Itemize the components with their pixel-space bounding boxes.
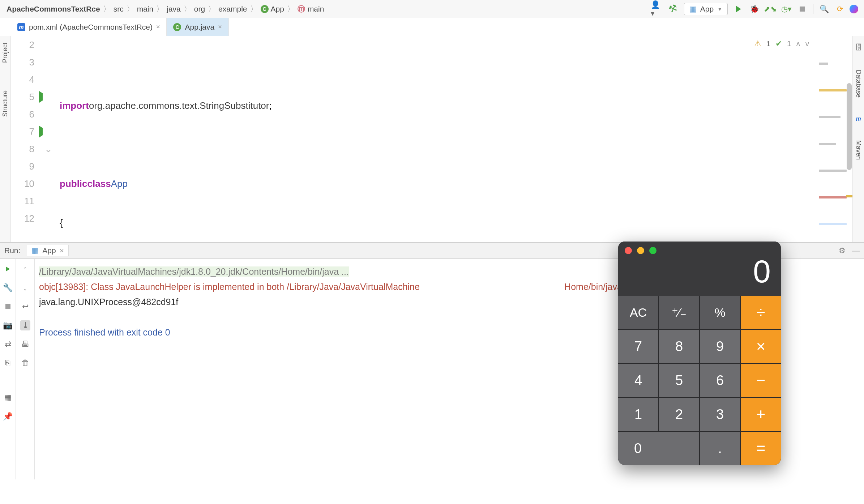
calc-key-4[interactable]: 4 — [618, 364, 658, 397]
tab-app[interactable]: C App.java × — [167, 18, 228, 36]
maven-tool-button[interactable]: Maven — [855, 140, 862, 160]
calc-key-multiply[interactable]: × — [741, 330, 781, 363]
breadcrumb-java[interactable]: java — [164, 4, 183, 14]
console-line-warn: objc[13983]: Class JavaLaunchHelper is i… — [39, 282, 420, 292]
right-tool-strip: 🗄 Database m Maven — [852, 36, 864, 242]
coverage-button[interactable]: ⬈⬊ — [764, 3, 777, 16]
close-tab-icon[interactable]: × — [218, 23, 222, 31]
calc-key-7[interactable]: 7 — [618, 330, 658, 363]
console-line-cmd: /Library/Java/JavaVirtualMachines/jdk1.8… — [39, 266, 349, 277]
stop-icon[interactable] — [3, 302, 13, 312]
warning-icon: ⚠ — [754, 39, 761, 48]
prev-highlight-icon[interactable]: ʌ — [796, 39, 800, 48]
soft-wrap-icon[interactable]: ↩ — [20, 302, 30, 312]
calc-key-0[interactable]: 0 — [618, 432, 699, 465]
method-icon: ⓜ — [298, 5, 305, 13]
class-icon: C — [261, 5, 269, 13]
calc-key-1[interactable]: 1 — [618, 398, 658, 431]
build-icon[interactable]: ⚒ — [667, 3, 680, 16]
calc-key-ac[interactable]: AC — [618, 296, 658, 329]
calc-key-dot[interactable]: . — [700, 432, 740, 465]
jetbrains-icon[interactable] — [850, 5, 858, 13]
run-panel-config[interactable]: ▦ App × — [27, 245, 69, 256]
run-config-icon: ▦ — [31, 246, 39, 255]
class-file-icon: C — [173, 23, 181, 31]
ok-icon: ✔ — [775, 39, 782, 48]
sync-icon[interactable]: ⟳ — [834, 3, 847, 16]
breadcrumb-project[interactable]: ApacheCommonsTextRce — [4, 4, 102, 14]
camera-icon[interactable]: 📷 — [3, 320, 13, 330]
calc-key-plus[interactable]: + — [741, 398, 781, 431]
editor-gutter[interactable]: 2 3 4 5 6 7 8⌄ 9 10 11 12 — [11, 36, 45, 242]
breadcrumb-class[interactable]: C App — [258, 4, 286, 14]
chevron-down-icon: ▼ — [717, 6, 722, 12]
up-icon[interactable]: ↑ — [20, 264, 30, 274]
hide-panel-icon[interactable]: — — [852, 246, 860, 255]
left-tool-strip: Project Structure — [0, 36, 11, 242]
calculator-keypad: AC ⁺∕₋ % ÷ 7 8 9 × 4 5 6 − 1 2 3 + 0 . = — [618, 296, 781, 465]
calc-key-minus[interactable]: − — [741, 364, 781, 397]
calc-key-divide[interactable]: ÷ — [741, 296, 781, 329]
run-config-label: App — [700, 5, 714, 13]
stop-button[interactable] — [796, 3, 809, 16]
wrench-icon[interactable]: 🔧 — [3, 283, 13, 293]
traffic-light-zoom[interactable] — [649, 247, 656, 254]
calc-key-2[interactable]: 2 — [659, 398, 699, 431]
exit-icon[interactable]: ⎘ — [3, 358, 13, 368]
calc-key-percent[interactable]: % — [700, 296, 740, 329]
calc-key-sign[interactable]: ⁺∕₋ — [659, 296, 699, 329]
database-tool-button[interactable]: Database — [855, 70, 862, 98]
breadcrumb-src[interactable]: src — [111, 4, 126, 14]
run-line-icon[interactable] — [39, 93, 43, 101]
close-tab-icon[interactable]: × — [156, 23, 160, 31]
rerun-icon[interactable] — [3, 264, 13, 274]
down-icon[interactable]: ↓ — [20, 283, 30, 293]
calculator-window[interactable]: 0 AC ⁺∕₋ % ÷ 7 8 9 × 4 5 6 − 1 2 3 + 0 .… — [618, 242, 781, 465]
search-icon[interactable]: 🔍 — [818, 3, 831, 16]
inspections-widget[interactable]: ⚠1 ✔1 ʌ v — [754, 39, 809, 48]
code-minimap[interactable] — [819, 39, 850, 101]
layout-icon[interactable]: ▦ — [3, 393, 13, 403]
maven-tool-icon[interactable]: m — [856, 116, 861, 122]
editor-scrollbar[interactable] — [846, 80, 852, 239]
scrollbar-thumb[interactable] — [847, 83, 852, 170]
debug-button[interactable]: 🐞 — [748, 3, 761, 16]
breadcrumb-method[interactable]: ⓜ main — [295, 4, 326, 14]
run-button[interactable] — [732, 3, 745, 16]
run-config-dropdown[interactable]: ▦ App ▼ — [684, 3, 728, 15]
breadcrumb-main[interactable]: main — [135, 4, 156, 14]
next-highlight-icon[interactable]: v — [805, 40, 809, 48]
scroll-to-end-icon[interactable]: ⤓ — [20, 320, 30, 330]
tab-label: pom.xml (ApacheCommonsTextRce) — [29, 23, 153, 31]
scrollbar-marker — [846, 195, 852, 197]
calc-key-6[interactable]: 6 — [700, 364, 740, 397]
dump-threads-icon[interactable]: ⇄ — [3, 339, 13, 349]
pin-icon[interactable]: 📌 — [3, 411, 13, 422]
traffic-light-minimize[interactable] — [637, 247, 644, 254]
database-tool-icon[interactable]: 🗄 — [855, 43, 862, 52]
run-panel-toolbar-console: ↑ ↓ ↩ ⤓ 🖶 🗑 — [16, 259, 35, 479]
run-line-icon[interactable] — [39, 128, 43, 136]
print-icon[interactable]: 🖶 — [20, 339, 30, 349]
structure-tool-button[interactable]: Structure — [1, 84, 9, 123]
traffic-light-close[interactable] — [625, 247, 632, 254]
profile-button[interactable]: ◷▾ — [780, 3, 793, 16]
breadcrumb-org[interactable]: org — [192, 4, 207, 14]
maven-file-icon: m — [17, 23, 25, 31]
close-icon[interactable]: × — [60, 246, 64, 255]
tab-label: App.java — [185, 23, 214, 31]
code-editor[interactable]: import org.apache.commons.text.StringSub… — [45, 36, 852, 242]
calc-key-5[interactable]: 5 — [659, 364, 699, 397]
calc-key-8[interactable]: 8 — [659, 330, 699, 363]
calc-key-9[interactable]: 9 — [700, 330, 740, 363]
breadcrumb-example[interactable]: example — [216, 4, 249, 14]
calc-key-3[interactable]: 3 — [700, 398, 740, 431]
clear-icon[interactable]: 🗑 — [20, 358, 30, 368]
run-panel-toolbar-left: 🔧 📷 ⇄ ⎘ ▦ 📌 — [0, 259, 16, 479]
run-panel-title: Run: — [4, 246, 20, 255]
settings-icon[interactable]: ⚙ — [839, 246, 846, 255]
tab-pom[interactable]: m pom.xml (ApacheCommonsTextRce) × — [11, 18, 167, 36]
project-tool-button[interactable]: Project — [1, 36, 9, 69]
user-icon[interactable]: 👤▾ — [651, 3, 664, 16]
calc-key-equals[interactable]: = — [741, 432, 781, 465]
